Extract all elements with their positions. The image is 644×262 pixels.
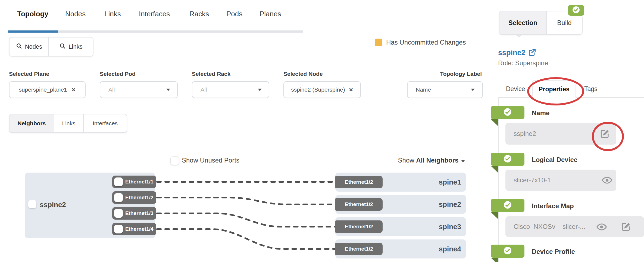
node-sspine2-label: sspine2 [40,201,66,209]
status-ribbon [491,153,524,166]
neighbor-port-label[interactable]: Ethernet1/2 [335,220,383,233]
port-label: Ethernet1/1 [125,176,153,188]
topology-page: Topology Nodes Links Interfaces Racks Po… [0,0,644,262]
neighbor-spine3[interactable]: Ethernet1/2 spine3 [335,217,466,236]
edit-icon[interactable] [621,222,631,233]
neighbor-spine2[interactable]: Ethernet1/2 spine2 [335,195,466,214]
property-interface-map-label: Interface Map [532,199,574,213]
ribbon-fold [491,119,498,126]
annotation-circle-properties-tab [527,77,584,105]
check-circle-icon [572,6,580,15]
property-name-label: Name [532,107,549,120]
topology-link [157,229,335,249]
check-circle-icon [504,155,512,164]
annotation-circle-edit-name [592,122,624,151]
port-checkbox[interactable] [114,177,123,186]
property-logical-device-field: slicer-7x10-1 [505,170,616,191]
neighbor-port-label[interactable]: Ethernet1/2 [335,243,383,255]
neighbor-name: spine3 [439,217,461,236]
ribbon-fold [491,212,498,219]
property-logical-device-value: slicer-7x10-1 [514,176,551,184]
neighbor-spine1[interactable]: Ethernet1/2 spine1 [335,173,466,192]
node-sspine2-checkbox[interactable] [28,200,36,208]
port-ethernet1-2[interactable]: Ethernet1/2 [112,191,156,204]
port-checkbox[interactable] [114,225,123,233]
port-label: Ethernet1/3 [125,207,153,220]
panel-divider-vertical [498,97,499,262]
tab-selection[interactable]: Selection [499,11,546,34]
port-ethernet1-3[interactable]: Ethernet1/3 [112,207,156,220]
topology-link [157,198,335,204]
tab-tags[interactable]: Tags [584,85,598,93]
port-checkbox[interactable] [114,209,123,218]
check-circle-icon [504,201,512,210]
tab-device[interactable]: Device [506,85,525,93]
property-logical-device-label: Logical Device [532,153,577,166]
port-checkbox[interactable] [114,193,123,202]
neighbor-port-label[interactable]: Ethernet1/2 [335,198,383,211]
ribbon-fold [491,166,498,173]
eye-icon[interactable] [596,223,607,232]
property-device-profile-label: Device Profile [532,245,575,258]
neighbor-port-label[interactable]: Ethernet1/2 [335,176,383,188]
status-ribbon [491,199,524,212]
eye-icon[interactable] [602,176,612,185]
port-ethernet1-1[interactable]: Ethernet1/1 [112,176,156,188]
port-label: Ethernet1/4 [125,223,153,235]
ribbon-fold [491,258,498,262]
property-interface-map-value: Cisco_NXOSv__slicer-... [514,223,585,230]
port-label: Ethernet1/2 [125,191,153,204]
topology-link [157,213,335,227]
check-circle-icon [504,247,512,256]
node-role-text: Role: Superspine [498,59,548,67]
neighbor-name: spine1 [439,173,461,192]
neighbor-spine4[interactable]: Ethernet1/2 spine4 [335,239,466,258]
port-ethernet1-4[interactable]: Ethernet1/4 [112,223,156,235]
selected-node-link-label: sspine2 [498,49,526,57]
status-ribbon [491,245,524,258]
selected-node-link[interactable]: sspine2 [498,48,536,57]
external-link-icon[interactable] [528,48,536,57]
neighbor-name: spine2 [439,195,461,214]
check-circle-icon [504,108,512,117]
status-check-badge [568,5,584,16]
neighbor-name: spine4 [439,239,461,258]
status-ribbon [491,106,524,119]
property-name-value: sspine2 [514,130,536,138]
